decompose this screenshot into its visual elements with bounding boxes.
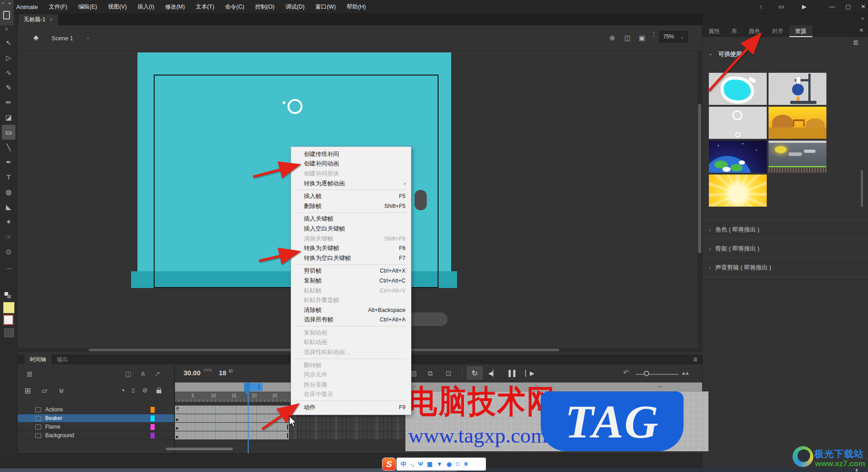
context-menu-item[interactable]: 剪切帧Ctrl+Alt+X [291, 266, 411, 276]
context-menu-item[interactable]: 复制帧Ctrl+Alt+C [291, 276, 411, 286]
maximize-button[interactable]: ▢ [845, 3, 851, 10]
context-menu-item[interactable]: 插入关键帧 [291, 214, 411, 224]
context-menu-item[interactable]: 插入空白关键帧 [291, 224, 411, 234]
coming-soon-section[interactable]: ›声音剪辑 ( 即将推出 ) [703, 258, 868, 277]
center-frame-icon[interactable]: ⊕ [609, 34, 615, 41]
bubble-ring-shape[interactable] [288, 99, 302, 114]
graph-editor-icon[interactable]: ↗ [155, 370, 160, 377]
step-forward-icon[interactable]: ▏▶ [525, 370, 534, 377]
hand-tool[interactable]: ☞ [0, 229, 17, 244]
new-layer-icon[interactable]: ⊞ [24, 386, 31, 396]
context-menu-item[interactable]: 选择所有帧Ctrl+Alt+A [291, 315, 411, 325]
toolbar-grip-icon[interactable]: ≡ [5, 26, 8, 32]
scene-caret-icon[interactable]: ⌄ [86, 34, 90, 40]
asset-thumbnail-storm-field[interactable] [769, 141, 826, 173]
show-hide-layers-icon[interactable]: ⊘ [142, 387, 148, 394]
edit-multiple-frames-icon[interactable]: ⧉ [428, 370, 433, 377]
ime-icon[interactable]: Ψ [418, 461, 423, 467]
workspace-layout-icon[interactable]: ▭ [778, 3, 784, 10]
layer-color-chip[interactable] [151, 424, 155, 430]
timeline-horizontal-scrollbar-thumb[interactable] [166, 448, 233, 450]
paint-bucket-tool[interactable]: ◍ [0, 184, 17, 199]
asset-thumbnail-flask-stand[interactable] [769, 73, 826, 105]
symbol-options-icon[interactable] [4, 328, 14, 337]
board-icon[interactable] [3, 11, 10, 19]
test-movie-icon[interactable]: ▶ [802, 3, 807, 10]
document-tab[interactable]: 无标题-1 × [18, 14, 58, 25]
layer-row-flame[interactable]: Flame [17, 423, 174, 431]
onion-skin-icon[interactable]: ▥ [410, 370, 417, 377]
context-menu-item[interactable]: 删除帧Shift+F5 [291, 201, 411, 211]
layer-row-beaker[interactable]: Beaker [17, 414, 174, 423]
more-tools[interactable]: … [0, 259, 17, 274]
asset-thumbnail-sunburst[interactable] [709, 175, 767, 207]
edit-scene-icon[interactable]: ♣ [33, 33, 38, 42]
pen-tool[interactable]: ✒ [0, 155, 17, 170]
menubar-item[interactable]: 修改(M) [160, 3, 190, 11]
layer-parenting-icon[interactable]: ⋔ [140, 370, 146, 377]
selection-tool[interactable]: ↖ [0, 35, 17, 50]
share-icon[interactable]: ↑ [760, 3, 763, 10]
frame-size-icon[interactable]: ▲▲ [681, 370, 688, 376]
ime-icon[interactable]: ·, [410, 461, 414, 467]
clamp-bar-shape[interactable] [408, 312, 448, 326]
assets-scrollbar-thumb[interactable] [861, 170, 863, 207]
reset-timeline-zoom-icon[interactable]: ↶ [623, 368, 629, 377]
panel-tab-库[interactable]: 库 [726, 25, 743, 37]
panel-tab-属性[interactable]: 属性 [703, 25, 726, 37]
sogou-logo-icon[interactable]: S [382, 458, 396, 471]
layer-depth-icon[interactable]: ≣ [26, 369, 33, 379]
menubar-item[interactable]: 视图(V) [103, 3, 132, 11]
camera-icon[interactable]: ◫ [624, 34, 631, 41]
stroke-color-swatch[interactable] [3, 315, 14, 325]
lock-layers-icon[interactable] [156, 390, 161, 393]
loop-playback-button[interactable]: ↻ [467, 366, 483, 380]
pause-icon[interactable]: ▌▌ [509, 370, 518, 377]
text-tool[interactable]: T [0, 170, 17, 184]
asset-thumbnail-cyan-cell[interactable] [709, 73, 767, 105]
layer-color-chip[interactable] [151, 433, 155, 439]
menubar-item[interactable]: 窗口(W) [310, 3, 341, 11]
frame-span[interactable] [175, 423, 289, 431]
layer-color-chip[interactable] [151, 415, 155, 421]
outline-layers-icon[interactable]: ▯ [132, 387, 135, 393]
collapse-panels-icon[interactable]: » [861, 15, 864, 21]
zoom-level-select[interactable]: 75% ⌄ [659, 31, 688, 42]
new-folder-icon[interactable]: ▱ [42, 386, 47, 395]
ime-icon[interactable]: ▼ [437, 461, 443, 467]
lasso-tool[interactable]: ∿ [0, 65, 17, 80]
clip-content-icon[interactable]: ▣ [639, 34, 645, 41]
swap-colors-icon-back[interactable] [7, 295, 11, 298]
context-menu-item[interactable]: 转换为空白关键帧F7 [291, 253, 411, 263]
menubar-item[interactable]: 控制(O) [250, 3, 280, 11]
layer-row-background[interactable]: Background [17, 431, 174, 440]
timeline-zoom-slider-thumb[interactable] [644, 371, 649, 376]
fill-color-swatch[interactable] [3, 302, 14, 313]
asset-thumbnail-desert-sunset[interactable] [769, 107, 826, 139]
fps-value[interactable]: 30.00 [184, 369, 201, 377]
menubar-item[interactable]: 编辑(E) [73, 3, 103, 11]
context-menu-item[interactable]: 清除帧Alt+Backspace [291, 305, 411, 315]
layer-color-chip[interactable] [151, 407, 155, 413]
scene-name[interactable]: Scene 1 [52, 35, 73, 42]
context-menu-item[interactable]: 转换为关键帧F6 [291, 243, 411, 253]
ime-icon[interactable]: ▦ [427, 461, 432, 467]
zoom-stepper[interactable]: ˄˅ [653, 32, 655, 38]
coming-soon-section[interactable]: ›骨架 ( 即将推出 ) [703, 239, 868, 258]
ime-icon[interactable]: ◉ [447, 461, 452, 467]
ime-icon[interactable]: ∷ [456, 461, 459, 467]
list-view-icon[interactable]: ≣ [853, 38, 859, 47]
delete-layer-icon[interactable]: ⊎ [59, 386, 64, 395]
minimize-button[interactable]: — [829, 3, 835, 10]
asset-thumbnail-earth-space[interactable] [709, 141, 767, 173]
frame-span[interactable] [175, 414, 289, 422]
context-menu-item[interactable]: 创建补间动画 [291, 159, 411, 169]
ime-icon[interactable]: 中 [401, 460, 406, 468]
fluid-brush-tool[interactable]: ✎ [0, 80, 17, 95]
available-section-label[interactable]: 可供使用 [718, 50, 742, 58]
timeline-zoom-slider[interactable] [636, 374, 679, 375]
context-menu-item[interactable]: 创建传统补间 [291, 149, 411, 159]
bubble-dot-shape[interactable] [283, 101, 285, 104]
step-back-icon[interactable]: ◀▏ [488, 370, 497, 377]
classic-brush-tool[interactable]: ✏ [0, 95, 17, 110]
